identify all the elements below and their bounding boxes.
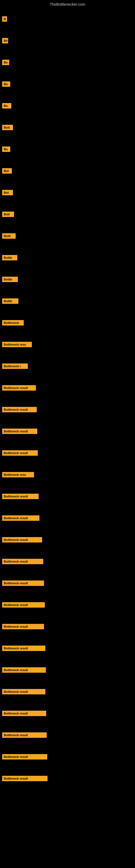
label-box: B [2, 16, 7, 22]
list-item: Bottleneck result [0, 659, 135, 681]
list-item: Bottleneck result [0, 703, 135, 724]
label-box: Bottleneck result [2, 754, 47, 760]
list-item: Bottleneck result [0, 724, 135, 746]
list-item: B [0, 8, 135, 30]
list-item: Bottleneck result [0, 681, 135, 703]
items-container: BB#BoBoBoBottBoBotBotBottBottlBottleBott… [0, 8, 135, 789]
label-box: Bottleneck result [2, 776, 48, 781]
list-item: Bottleneck result [0, 529, 135, 551]
label-box: Bottle [2, 255, 17, 260]
label-box: Bottleneck result [2, 667, 46, 673]
label-box: Bot [2, 168, 12, 174]
label-box: Bo [2, 103, 11, 108]
label-box: Bottleneck result [2, 537, 42, 542]
label-box: Bo [2, 147, 10, 152]
list-item: Bottleneck result [0, 572, 135, 594]
label-box: Bottleneck result [2, 385, 36, 391]
label-box: B# [2, 38, 8, 43]
label-box: Bottleneck result [2, 624, 44, 629]
label-box: Bo [2, 82, 10, 87]
list-item: Bottleneck result [0, 507, 135, 529]
list-item: Bottleneck resu [0, 464, 135, 486]
list-item: Bott [0, 204, 135, 225]
list-item: Bottleneck result [0, 377, 135, 399]
label-box: Bottleneck result [2, 711, 46, 716]
label-box: Bottleneck r [2, 364, 28, 369]
list-item: Bot [0, 160, 135, 182]
list-item: Bottleneck result [0, 616, 135, 638]
list-item: Bottleneck result [0, 768, 135, 789]
label-box: Bottleneck [2, 320, 24, 326]
list-item: Bo [0, 52, 135, 73]
list-item: Bottl [0, 225, 135, 247]
label-box: Bott [2, 212, 14, 217]
label-box: Bottleneck result [2, 450, 38, 456]
label-box: Bottleneck result [2, 646, 45, 651]
site-title: TheBottlenecker.com [0, 0, 135, 9]
label-box: Bottleneck result [2, 689, 45, 694]
label-box: Bottleneck result [2, 559, 43, 564]
list-item: Bottleneck result [0, 638, 135, 659]
label-box: Bottleneck result [2, 407, 37, 412]
list-item: Bottleneck result [0, 594, 135, 616]
list-item: Bottleneck [0, 312, 135, 334]
label-box: Bottleneck result [2, 602, 45, 608]
list-item: Bottle [0, 269, 135, 290]
label-box: Bottle [2, 299, 18, 304]
list-item: Bottleneck result [0, 551, 135, 572]
label-box: Bottleneck result [2, 429, 37, 434]
label-box: Bottle [2, 277, 18, 282]
list-item: Bottleneck result [0, 746, 135, 768]
label-box: Bottleneck result [2, 516, 39, 521]
list-item: Bottleneck result [0, 486, 135, 507]
list-item: B# [0, 30, 135, 52]
list-item: Bottleneck result [0, 442, 135, 464]
list-item: Bot [0, 182, 135, 204]
list-item: Bottleneck r [0, 355, 135, 377]
label-box: Bo [2, 60, 9, 65]
list-item: Bottle [0, 247, 135, 269]
list-item: Bottleneck result [0, 399, 135, 421]
list-item: Bott [0, 117, 135, 138]
label-box: Bottl [2, 233, 16, 239]
label-box: Bott [2, 125, 13, 130]
list-item: Bottle [0, 290, 135, 312]
label-box: Bot [2, 190, 13, 195]
list-item: Bottleneck resu [0, 334, 135, 355]
label-box: Bottleneck resu [2, 472, 34, 477]
list-item: Bottleneck result [0, 421, 135, 442]
list-item: Bo [0, 138, 135, 160]
list-item: Bo [0, 73, 135, 95]
label-box: Bottleneck resu [2, 342, 32, 347]
label-box: Bottleneck result [2, 733, 47, 738]
label-box: Bottleneck result [2, 494, 39, 499]
list-item: Bo [0, 95, 135, 117]
label-box: Bottleneck result [2, 581, 44, 586]
